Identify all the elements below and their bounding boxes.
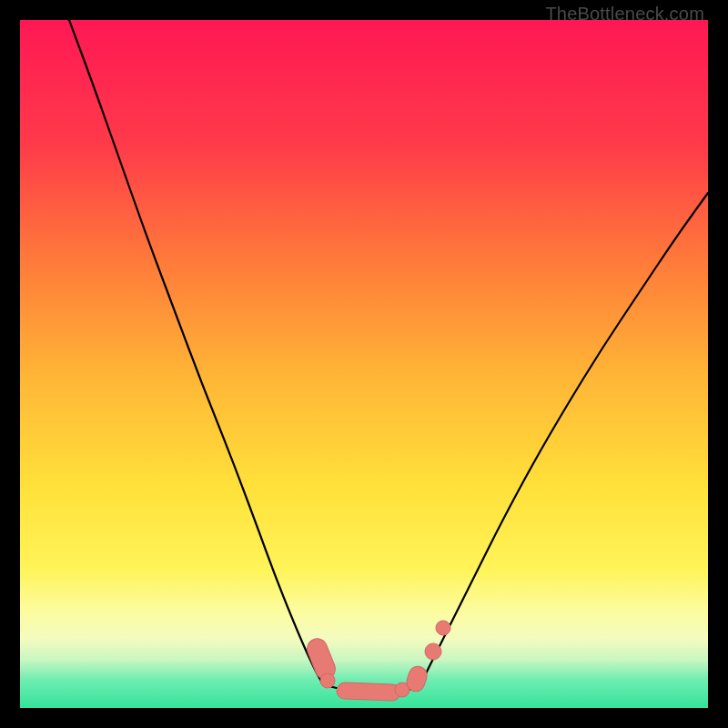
plot-area [20, 20, 708, 708]
chart-frame: TheBottleneck.com [0, 0, 728, 728]
data-marker-1 [320, 673, 335, 688]
data-marker-2 [337, 682, 401, 701]
watermark-text: TheBottleneck.com [545, 4, 704, 25]
curve-right-curve [420, 193, 708, 684]
data-marker-5 [425, 643, 441, 660]
data-marker-6 [436, 621, 450, 635]
chart-curves [20, 20, 708, 708]
curve-left-curve [69, 20, 323, 684]
